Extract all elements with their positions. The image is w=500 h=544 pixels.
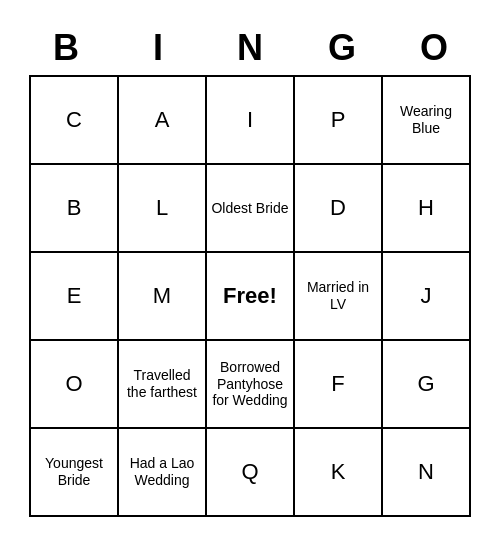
bingo-cell-4[interactable]: Wearing Blue: [383, 77, 471, 165]
bingo-cell-6[interactable]: L: [119, 165, 207, 253]
header-letter: B: [22, 27, 110, 69]
bingo-cell-24[interactable]: N: [383, 429, 471, 517]
bingo-card: BINGO CAIPWearing BlueBLOldest BrideDHEM…: [20, 27, 480, 517]
bingo-cell-12[interactable]: Free!: [207, 253, 295, 341]
bingo-cell-23[interactable]: K: [295, 429, 383, 517]
header-letter: N: [206, 27, 294, 69]
bingo-cell-3[interactable]: P: [295, 77, 383, 165]
bingo-header: BINGO: [20, 27, 480, 69]
header-letter: O: [390, 27, 478, 69]
bingo-cell-19[interactable]: G: [383, 341, 471, 429]
bingo-cell-0[interactable]: C: [31, 77, 119, 165]
bingo-cell-15[interactable]: O: [31, 341, 119, 429]
header-letter: I: [114, 27, 202, 69]
bingo-cell-14[interactable]: J: [383, 253, 471, 341]
bingo-cell-17[interactable]: Borrowed Pantyhose for Wedding: [207, 341, 295, 429]
bingo-cell-16[interactable]: Travelled the farthest: [119, 341, 207, 429]
bingo-grid: CAIPWearing BlueBLOldest BrideDHEMFree!M…: [29, 75, 471, 517]
bingo-cell-18[interactable]: F: [295, 341, 383, 429]
bingo-cell-13[interactable]: Married in LV: [295, 253, 383, 341]
bingo-cell-2[interactable]: I: [207, 77, 295, 165]
bingo-cell-21[interactable]: Had a Lao Wedding: [119, 429, 207, 517]
bingo-cell-11[interactable]: M: [119, 253, 207, 341]
bingo-cell-22[interactable]: Q: [207, 429, 295, 517]
bingo-cell-10[interactable]: E: [31, 253, 119, 341]
bingo-cell-20[interactable]: Youngest Bride: [31, 429, 119, 517]
bingo-cell-7[interactable]: Oldest Bride: [207, 165, 295, 253]
bingo-cell-8[interactable]: D: [295, 165, 383, 253]
bingo-cell-1[interactable]: A: [119, 77, 207, 165]
header-letter: G: [298, 27, 386, 69]
bingo-cell-9[interactable]: H: [383, 165, 471, 253]
bingo-cell-5[interactable]: B: [31, 165, 119, 253]
